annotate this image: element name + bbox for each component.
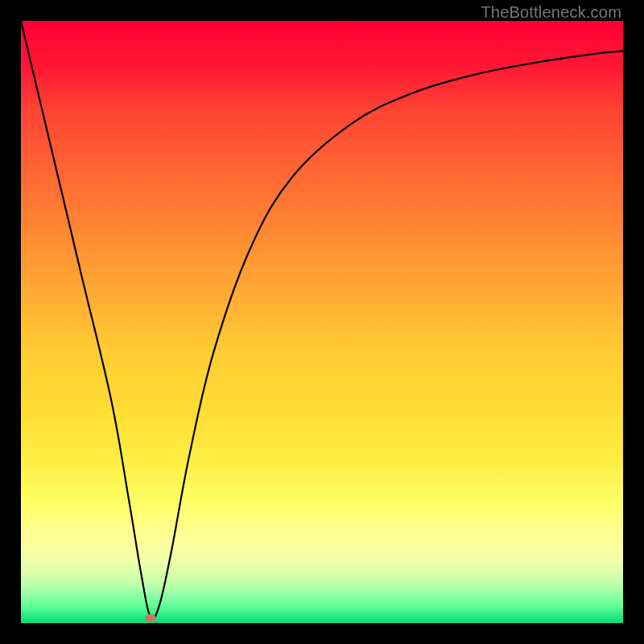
chart-container: TheBottleneck.com bbox=[0, 0, 644, 644]
minimum-marker bbox=[145, 614, 156, 622]
plot-gradient-area bbox=[21, 21, 623, 623]
watermark-text: TheBottleneck.com bbox=[481, 3, 621, 22]
